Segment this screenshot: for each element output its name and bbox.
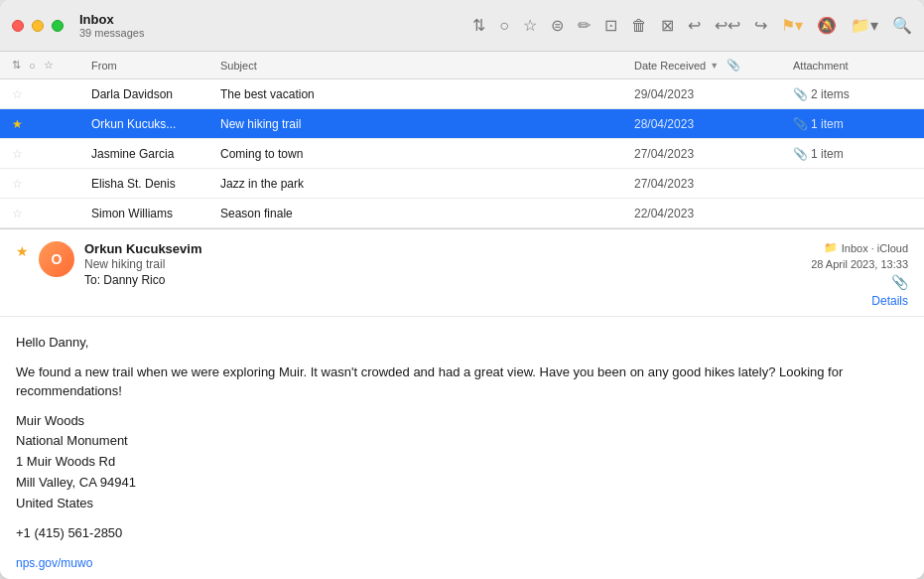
traffic-lights [12,20,64,32]
star-icon-1[interactable]: ☆ [12,87,23,101]
notify-icon[interactable]: 🔕 [817,16,837,35]
row-actions-3: ☆ [12,147,91,161]
new-message-icon[interactable]: ✏ [578,16,591,35]
detail-folder: 📁 Inbox · iCloud [824,241,908,254]
email-from-5: Simon Williams [91,207,220,220]
sort-icon[interactable]: ⇅ [472,16,485,35]
email-row-3[interactable]: ☆ Jasmine Garcia Coming to town 27/04/20… [0,139,924,169]
address-city: Mill Valley, CA 94941 [16,473,908,494]
email-subject-3: Coming to town [220,147,634,161]
search-icon[interactable]: 🔍 [892,16,912,35]
email-row-selected[interactable]: ★ Orkun Kucuks... New hiking trail 28/04… [0,109,924,139]
maximize-button[interactable] [52,20,64,32]
email-subject-1: The best vacation [220,87,634,101]
star-icon-3[interactable]: ☆ [12,147,23,161]
detail-body: Hello Danny, We found a new trail when w… [0,317,924,579]
col-subject-header[interactable]: Subject [220,60,634,72]
titlebar: Inbox 39 messages ⇅ ○ ☆ ⊜ ✏ ⊡ 🗑 ⊠ ↩ ↩↩ ↪… [0,0,924,52]
col-actions-header: ⇅ ○ ☆ [12,59,91,72]
minimize-button[interactable] [32,20,44,32]
detail-meta: 📁 Inbox · iCloud 28 April 2023, 13:33 📎 … [811,241,908,308]
col-from-header[interactable]: From [91,60,220,72]
avatar: O [39,241,74,277]
attachment-header-icon: 📎 [726,59,740,72]
close-button[interactable] [12,20,24,32]
star-icon-4[interactable]: ☆ [12,177,23,191]
reply-all-icon[interactable]: ↩↩ [715,16,740,35]
address-block: Muir Woods National Monument 1 Muir Wood… [16,411,908,514]
star-icon-5[interactable]: ☆ [12,207,23,220]
address-line1: Muir Woods [16,411,908,432]
detail-subject: New hiking trail [84,257,801,271]
email-date-5: 22/04/2023 [634,207,793,220]
email-subject-5: Season finale [220,207,634,220]
folder-icon[interactable]: 📁▾ [851,16,878,35]
attachment-paperclip-3: 📎 [793,147,808,161]
email-date-4: 27/04/2023 [634,177,793,191]
email-subject-2: New hiking trail [220,117,634,131]
archive-icon[interactable]: ⊡ [604,16,617,35]
window-title-info: Inbox 39 messages [79,12,144,39]
email-row-5[interactable]: ☆ Simon Williams Season finale 22/04/202… [0,199,924,228]
body-paragraph: We found a new trail when we were explor… [16,362,908,401]
email-row[interactable]: ☆ Darla Davidson The best vacation 29/04… [0,79,924,109]
email-attachment-1: 📎 2 items [793,87,912,101]
detail-to: To: Danny Rico [84,273,801,287]
email-list-section: ⇅ ○ ☆ From Subject Date Received ▼ 📎 Att… [0,52,924,229]
row-actions-5: ☆ [12,207,91,220]
star-col-icon[interactable]: ☆ [44,59,54,72]
forward-icon[interactable]: ↪ [754,16,767,35]
email-from-3: Jasmine Garcia [91,147,220,161]
email-detail-pane: ★ O Orkun Kucuksevim New hiking trail To… [0,229,924,579]
detail-date-time: 28 April 2023, 13:33 [811,258,908,270]
col-attachment-header[interactable]: Attachment [793,60,912,72]
folder-meta-icon: 📁 [824,241,838,254]
email-row-4[interactable]: ☆ Elisha St. Denis Jazz in the park 27/0… [0,169,924,199]
attachment-paperclip-2: 📎 [793,117,808,131]
details-link[interactable]: Details [871,294,908,308]
flag-filter-icon[interactable]: ☆ [523,16,537,35]
detail-sender-name: Orkun Kucuksevim [84,241,801,256]
move-icon[interactable]: ⊠ [661,16,674,35]
detail-star-icon[interactable]: ★ [16,243,29,259]
trash-icon[interactable]: 🗑 [631,17,647,35]
row-actions-4: ☆ [12,177,91,191]
email-from-4: Elisha St. Denis [91,177,220,191]
phone: +1 (415) 561-2850 [16,523,908,543]
star-icon-2[interactable]: ★ [12,117,23,131]
website-link-container: nps.gov/muwo [16,553,908,573]
detail-header-top: ★ O Orkun Kucuksevim New hiking trail To… [16,241,908,308]
detail-attachment-icon: 📎 [891,274,908,290]
reply-icon[interactable]: ↩ [688,16,701,35]
row-actions-1: ☆ [12,87,91,101]
detail-sender-info: Orkun Kucuksevim New hiking trail To: Da… [84,241,801,287]
inbox-count: 39 messages [79,27,144,39]
attachment-paperclip-1: 📎 [793,87,808,101]
email-date-2: 28/04/2023 [634,117,793,131]
inbox-title: Inbox [79,12,114,27]
body-greeting: Hello Danny, [16,333,908,353]
address-line2: National Monument [16,431,908,452]
email-attachment-2: 📎 1 item [793,117,912,131]
mail-window: Inbox 39 messages ⇅ ○ ☆ ⊜ ✏ ⊡ 🗑 ⊠ ↩ ↩↩ ↪… [0,0,924,579]
email-attachment-3: 📎 1 item [793,147,912,161]
date-sort-arrow: ▼ [710,61,719,71]
email-from-2: Orkun Kucuks... [91,117,220,131]
filter-icon[interactable]: ⊜ [551,16,564,35]
sort-order-icon[interactable]: ⇅ [12,59,21,72]
address-street: 1 Muir Woods Rd [16,452,908,473]
email-subject-4: Jazz in the park [220,177,634,191]
column-headers: ⇅ ○ ☆ From Subject Date Received ▼ 📎 Att… [0,52,924,79]
unread-icon[interactable]: ○ [499,17,509,35]
flag-action-icon[interactable]: ⚑▾ [781,16,803,35]
col-date-header[interactable]: Date Received ▼ 📎 [634,59,793,72]
address-country: United States [16,494,908,514]
email-date-1: 29/04/2023 [634,87,793,101]
email-date-3: 27/04/2023 [634,147,793,161]
detail-header: ★ O Orkun Kucuksevim New hiking trail To… [0,229,924,317]
email-from-1: Darla Davidson [91,87,220,101]
row-actions-2: ★ [12,117,91,131]
toolbar-icons: ⇅ ○ ☆ ⊜ ✏ ⊡ 🗑 ⊠ ↩ ↩↩ ↪ ⚑▾ 🔕 📁▾ 🔍 [472,16,912,35]
unread-col-icon[interactable]: ○ [29,60,36,72]
website-link[interactable]: nps.gov/muwo [16,556,92,570]
